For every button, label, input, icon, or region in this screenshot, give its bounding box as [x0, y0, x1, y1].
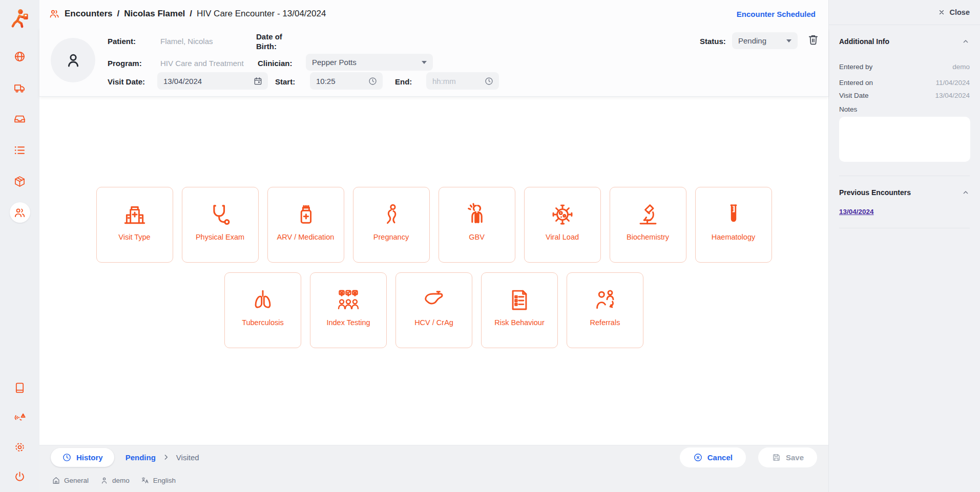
left-sidebar	[0, 0, 39, 492]
card-label: HCV / CrAg	[411, 318, 456, 327]
status-select[interactable]: Pending	[732, 32, 798, 49]
end-time-input[interactable]	[432, 77, 484, 85]
card-referrals[interactable]: Referrals	[567, 272, 643, 348]
breadcrumb-separator: /	[117, 9, 120, 19]
card-label: ARV / Medication	[274, 233, 338, 242]
end-time-field	[426, 72, 499, 90]
power-icon[interactable]	[10, 466, 30, 487]
card-hcv-crag[interactable]: HCV / CrAg	[395, 272, 472, 348]
patient-header: Patient: Flamel, Nicolas Date of Birth: …	[39, 28, 828, 97]
globe-icon[interactable]	[10, 46, 30, 67]
delivery-truck-icon[interactable]	[10, 77, 30, 98]
chevron-up-icon	[962, 37, 970, 46]
checklist-document-icon	[507, 286, 532, 314]
clinician-selected-value: Pepper Potts	[312, 58, 357, 67]
card-risk-behaviour[interactable]: Risk Behaviour	[481, 272, 558, 348]
cancel-button[interactable]: Cancel	[680, 447, 746, 467]
card-label: Referrals	[587, 318, 623, 327]
card-tuberculosis[interactable]: Tuberculosis	[224, 272, 301, 348]
visit-date-info-value: 13/04/2024	[935, 92, 970, 99]
additional-info-header[interactable]: Additional Info	[839, 37, 970, 46]
card-viral-load[interactable]: Viral Load	[524, 187, 601, 263]
close-panel-button[interactable]: Close	[829, 0, 980, 25]
previous-encounter-link[interactable]: 13/04/2024	[839, 208, 874, 216]
settings-gear-icon[interactable]	[10, 437, 30, 457]
save-button[interactable]: Save	[758, 447, 817, 467]
status-bar: General demo English	[39, 469, 828, 492]
top-bar: Encounters / Nicolas Flamel / HIV Care E…	[39, 0, 828, 28]
breadcrumb-patient[interactable]: Nicolas Flamel	[124, 9, 185, 19]
user-indicator[interactable]: demo	[100, 476, 130, 485]
workflow-step-pending[interactable]: Pending	[126, 453, 156, 462]
card-index-testing[interactable]: Index Testing	[310, 272, 387, 348]
person-alert-icon	[464, 200, 490, 229]
cancel-label: Cancel	[707, 453, 733, 462]
workflow-step-visited[interactable]: Visited	[176, 453, 199, 462]
clinician-select[interactable]: Pepper Potts	[306, 54, 433, 71]
clock-icon[interactable]	[368, 76, 378, 86]
card-label: Physical Exam	[193, 233, 247, 242]
close-label: Close	[950, 8, 970, 16]
breadcrumb: Encounters / Nicolas Flamel / HIV Care E…	[49, 8, 326, 19]
start-time-input[interactable]	[316, 77, 368, 85]
visit-date-info-label: Visit Date	[839, 92, 869, 99]
close-icon	[938, 9, 945, 16]
entered-by-value: demo	[952, 63, 970, 71]
entered-by-label: Entered by	[839, 63, 872, 71]
clock-icon[interactable]	[484, 76, 494, 86]
breadcrumb-encounters[interactable]: Encounters	[65, 9, 113, 19]
calendar-icon[interactable]	[253, 76, 263, 86]
hospital-icon	[122, 200, 148, 229]
package-box-icon[interactable]	[10, 171, 30, 191]
program-value: HIV Care and Treatment	[160, 58, 244, 68]
patient-value: Flamel, Nicolas	[160, 36, 213, 46]
breadcrumb-separator: /	[190, 9, 192, 19]
history-button[interactable]: History	[51, 448, 114, 467]
patients-people-icon[interactable]	[10, 202, 30, 223]
end-label: End:	[395, 77, 412, 87]
chevron-down-icon	[422, 61, 427, 64]
inbox-tray-icon[interactable]	[10, 109, 30, 129]
card-gbv[interactable]: GBV	[439, 187, 515, 263]
patient-label: Patient:	[108, 36, 136, 46]
microscope-icon	[635, 200, 661, 229]
card-biochemistry[interactable]: Biochemistry	[610, 187, 686, 263]
contacts-group-icon	[336, 286, 361, 314]
broadcast-alert-icon[interactable]	[10, 407, 30, 427]
cancel-circle-icon	[693, 453, 703, 462]
card-label: Pregnancy	[370, 233, 412, 242]
card-arv-medication[interactable]: ARV / Medication	[267, 187, 344, 263]
previous-encounters-header[interactable]: Previous Encounters	[839, 188, 970, 197]
card-haematology[interactable]: Haematology	[695, 187, 772, 263]
language-indicator[interactable]: English	[141, 476, 176, 485]
start-label: Start:	[275, 77, 295, 87]
panel-divider	[839, 228, 970, 228]
visit-date-input[interactable]	[163, 77, 253, 85]
device-tablet-icon[interactable]	[10, 377, 30, 398]
card-visit-type[interactable]: Visit Type	[96, 187, 173, 263]
notes-textarea[interactable]	[839, 117, 970, 162]
entered-by-row: Entered by demo	[839, 63, 970, 71]
encounter-scheduled-link[interactable]: Encounter Scheduled	[737, 10, 816, 18]
app-logo-icon[interactable]	[9, 7, 31, 31]
medicine-bottle-icon	[293, 200, 319, 229]
right-panel: Close Additional Info Entered by demo En…	[828, 0, 980, 492]
chevron-up-icon	[962, 188, 970, 197]
status-selected-value: Pending	[738, 36, 766, 45]
card-pregnancy[interactable]: Pregnancy	[353, 187, 430, 263]
additional-info-section: Additional Info Entered by demo Entered …	[829, 37, 980, 228]
chevron-right-icon	[162, 453, 170, 461]
context-indicator[interactable]: General	[52, 476, 89, 485]
delete-encounter-button[interactable]	[807, 33, 820, 46]
card-physical-exam[interactable]: Physical Exam	[182, 187, 259, 263]
dob-label: Date of Birth:	[256, 32, 292, 51]
start-time-field	[310, 72, 383, 90]
sidebar-bottom-group	[10, 368, 30, 487]
card-row-2: Tuberculosis Index Testing	[39, 272, 828, 348]
status-label: Status:	[700, 36, 726, 46]
patients-people-icon	[49, 8, 60, 19]
notes-label: Notes	[839, 105, 970, 113]
task-list-icon[interactable]	[10, 140, 30, 160]
card-row-1: Visit Type Physical Exam	[39, 187, 828, 263]
lungs-icon	[250, 286, 276, 314]
